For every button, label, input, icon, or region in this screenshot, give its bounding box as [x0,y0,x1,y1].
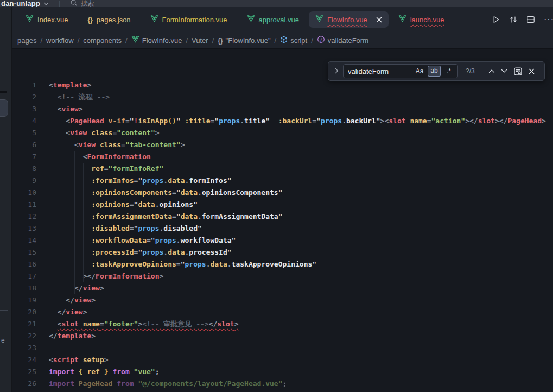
breadcrumb-label: script [290,36,307,45]
chevron-down-icon [43,0,49,7]
code-line[interactable]: 9 :formInfos="props.data.formInfos" [12,175,553,187]
code-line[interactable]: 22</template> [12,330,553,342]
breadcrumb-item-vuter[interactable]: Vuter [192,36,208,45]
tab-launch-vue[interactable]: launch.vue [389,7,454,32]
app-menu[interactable]: dan-uniapp [1,0,49,7]
vue-icon [398,15,406,24]
global-search[interactable]: 搜索 [70,0,94,7]
find-widget: Aaab.* ?/3 [328,61,545,81]
breadcrumb-item-validateform[interactable]: fvalidateForm [317,35,368,45]
code-line[interactable]: 20 </view> [12,306,553,318]
run-icon[interactable] [492,15,500,24]
code-line[interactable]: 13 :disabled="props.disabled" [12,223,553,235]
tab-label: FlowInfo.vue [327,16,367,24]
code-editor[interactable]: 1<template>2 <!-- 流程 -->3 <view>4 <PageH… [12,48,553,392]
code-line[interactable]: 11 :opinions="data.opinions" [12,199,553,211]
editor-actions: ··· [492,7,553,32]
sidebar-fragment [0,332,8,332]
code-line[interactable]: 6 <view class="tab-content"> [12,139,553,151]
find-in-selection-button[interactable] [513,67,523,76]
code-line[interactable]: 5 <view class="content"> [12,127,553,139]
tab-pages-json[interactable]: {}pages.json [78,7,140,32]
indent-guide [58,115,58,318]
code-line[interactable]: 8 ref="formInfoRef" [12,163,553,175]
vue-icon [150,15,158,24]
compare-icon[interactable] [509,15,518,24]
code-line[interactable]: 14 :workflowData="props.workflowData" [12,235,553,246]
toggle-replace-button[interactable] [332,66,341,76]
code-line[interactable]: 21 <slot name="footer"><!-- 审批意见 --></sl… [12,318,553,330]
breadcrumb-label: Vuter [192,36,208,45]
breadcrumb-item-workflow[interactable]: workflow [46,36,74,45]
code-line[interactable]: 16 :taskApproveOpinions="props.data.task… [12,258,553,270]
code-line[interactable]: 1<template> [12,79,553,91]
tab-flowinfo-vue[interactable]: FlowInfo.vue [309,11,389,28]
code-line[interactable]: 23 [12,342,553,354]
breadcrumb-separator: / [212,36,214,45]
tab-label: launch.vue [410,16,444,24]
global-search-label: 搜索 [81,0,94,7]
code-line[interactable]: 4 <PageHead v-if="!isInApp()" :title="pr… [12,115,553,127]
code-line[interactable]: 12 :formAssignmentData="data.formAssignm… [12,211,553,223]
vue-icon [315,15,323,24]
code-line[interactable]: 25import { ref } from "vue"; [12,366,553,378]
whole-word-button[interactable]: ab [428,66,441,77]
line-number: 15 [12,246,36,258]
code-line[interactable]: 17 ></FormInformation> [12,270,553,282]
breadcrumb-separator: / [78,36,80,45]
vue-icon [26,15,34,24]
line-number: 22 [12,330,36,342]
line-number: 6 [12,139,36,151]
code-line[interactable]: 3 <view> [12,103,553,115]
line-number: 10 [12,187,36,199]
next-match-button[interactable] [501,69,507,73]
code-line[interactable]: 26import PageHead from "@/components/lay… [12,378,553,390]
previous-match-button[interactable] [488,69,495,73]
code-line[interactable]: 7 <FormInformation [12,151,553,163]
line-number: 14 [12,235,36,246]
line-number: 11 [12,199,36,211]
titlebar-divider: | [53,0,66,7]
code-line[interactable]: 18 </view> [12,282,553,294]
code-line[interactable]: 2 <!-- 流程 --> [12,91,553,103]
sidebar-fragment [0,91,7,93]
code-line[interactable]: 24<script setup> [12,354,553,366]
regex-button[interactable]: .* [442,66,455,77]
code-line[interactable]: 15 :processId="props.data.processId" [12,246,553,258]
code-line[interactable]: 19 </view> [12,294,553,306]
code-line[interactable]: 10 :opinionsComponents="data.opinionsCom… [12,187,553,199]
tab-index-vue[interactable]: Index.vue [16,7,78,32]
line-number: 17 [12,270,36,282]
close-icon[interactable] [376,17,382,23]
find-results-count: ?/3 [466,67,485,75]
sidebar-fragment-text: e [1,337,5,344]
breadcrumb-item-flowinfo-vue[interactable]: FlowInfo.vue [131,36,182,45]
line-number: 7 [12,151,36,163]
tab-approval-vue[interactable]: approval.vue [237,7,309,32]
vscode-window: { "title_bar": { "app_menu": "dan-uniapp… [0,0,553,392]
indent-guide [66,139,66,306]
line-number: 16 [12,258,36,270]
more-actions-icon[interactable]: ··· [544,15,553,24]
tab-forminformation-vue[interactable]: FormInformation.vue [141,7,237,32]
find-input-box: Aaab.* [343,64,458,78]
breadcrumb-label: workflow [46,36,74,45]
tab-label: pages.json [97,16,131,24]
braces-icon: {} [218,36,223,45]
breadcrumb-item-components[interactable]: components [83,36,122,45]
find-input[interactable] [348,67,413,75]
close-find-button[interactable] [529,68,535,74]
line-number: 23 [12,342,36,354]
split-editor-icon[interactable] [526,15,535,24]
find-nav-buttons [488,67,535,76]
breadcrumb-item-pages[interactable]: pages [17,36,36,45]
tab-label: approval.vue [259,16,299,24]
breadcrumb-item-script[interactable]: script [280,36,307,45]
code-lines: 1<template>2 <!-- 流程 -->3 <view>4 <PageH… [12,49,553,390]
breadcrumb-item-flowinfo-vue[interactable]: {}"FlowInfo.vue" [218,36,270,45]
line-number: 12 [12,211,36,223]
line-number: 13 [12,223,36,235]
indent-guide [83,163,84,282]
tabs: Index.vue{}pages.jsonFormInformation.vue… [12,7,454,32]
match-case-button[interactable]: Aa [413,66,426,77]
